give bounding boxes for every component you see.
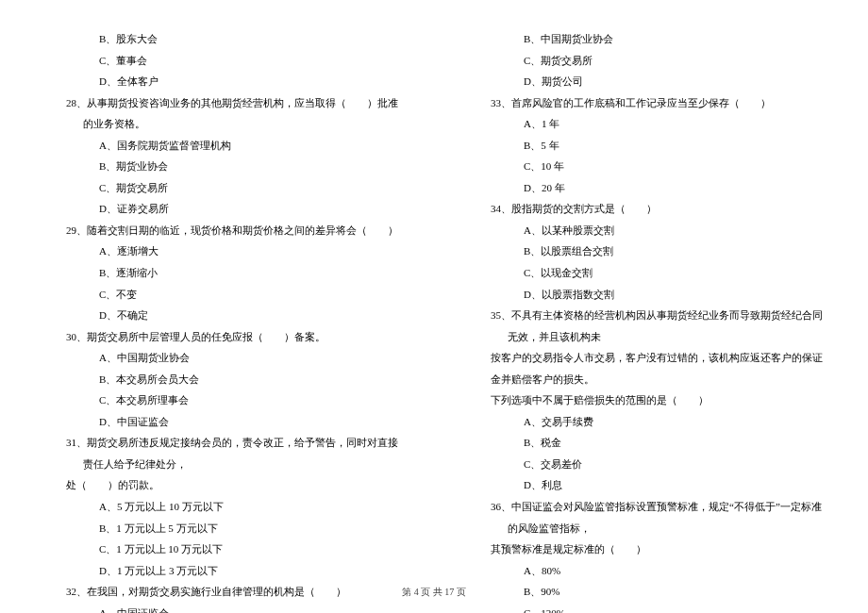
option-29d: D、不确定: [38, 305, 406, 326]
option-35c: C、交易差价: [462, 454, 830, 475]
question-35-cont2: 下列选项中不属于赔偿损失的范围的是（ ）: [462, 389, 830, 411]
option-29b: B、逐渐缩小: [38, 262, 406, 284]
option-36a: A、80%: [462, 560, 830, 582]
question-34: 34、股指期货的交割方式是（ ）: [479, 198, 830, 220]
option-35a: A、交易手续费: [462, 411, 830, 433]
left-column: B、股东大会 C、董事会 D、全体客户 28、从事期货投资咨询业务的其他期货经营…: [38, 28, 406, 556]
question-36: 36、中国证监会对风险监管指标设置预警标准，规定“不得低于”一定标准的风险监管指…: [479, 496, 830, 538]
page-footer: 第 4 页 共 17 页: [0, 586, 868, 599]
option-30d: D、中国证监会: [38, 411, 406, 433]
option-32d: D、期货公司: [462, 71, 830, 92]
option-34c: C、以现金交割: [462, 262, 830, 284]
option-30a: A、中国期货业协会: [38, 347, 406, 369]
option-33b: B、5 年: [462, 135, 830, 157]
option-32a: A、中国证监会: [38, 603, 406, 613]
option-31d: D、1 万元以上 3 万元以下: [38, 560, 406, 582]
option-28b: B、期货业协会: [38, 156, 406, 177]
question-30: 30、期货交易所中层管理人员的任免应报（ ）备案。: [55, 326, 406, 348]
option-28d: D、证券交易所: [38, 198, 406, 220]
option-35b: B、税金: [462, 432, 830, 454]
option-28a: A、国务院期货监督管理机构: [38, 135, 406, 157]
option-33d: D、20 年: [462, 177, 830, 199]
question-31: 31、期货交易所违反规定接纳会员的，责令改正，给予警告，同时对直接责任人给予纪律…: [55, 432, 406, 474]
question-33: 33、首席风险官的工作底稿和工作记录应当至少保存（ ）: [479, 92, 830, 114]
question-29: 29、随着交割日期的临近，现货价格和期货价格之间的差异将会（ ）: [55, 220, 406, 241]
option-36c: C、120%: [462, 603, 830, 613]
question-35-cont1: 按客户的交易指令人市交易，客户没有过错的，该机构应返还客户的保证金并赔偿客户的损…: [462, 347, 830, 389]
option-29c: C、不变: [38, 284, 406, 306]
option-31c: C、1 万元以上 10 万元以下: [38, 538, 406, 560]
option-30b: B、本交易所会员大会: [38, 369, 406, 390]
option-28c: C、期货交易所: [38, 177, 406, 199]
question-31-cont: 处（ ）的罚款。: [38, 474, 406, 496]
option-31b: B、1 万元以上 5 万元以下: [38, 518, 406, 539]
page-columns: B、股东大会 C、董事会 D、全体客户 28、从事期货投资咨询业务的其他期货经营…: [38, 28, 830, 556]
option-33c: C、10 年: [462, 156, 830, 177]
option-27d: D、全体客户: [38, 71, 406, 92]
question-36-cont: 其预警标准是规定标准的（ ）: [462, 538, 830, 560]
option-34a: A、以某种股票交割: [462, 220, 830, 241]
option-27b: B、股东大会: [38, 28, 406, 50]
question-28: 28、从事期货投资咨询业务的其他期货经营机构，应当取得（ ）批准的业务资格。: [55, 92, 406, 135]
option-35d: D、利息: [462, 474, 830, 496]
option-33a: A、1 年: [462, 113, 830, 135]
right-column: B、中国期货业协会 C、期货交易所 D、期货公司 33、首席风险官的工作底稿和工…: [462, 28, 830, 556]
option-27c: C、董事会: [38, 50, 406, 72]
option-34b: B、以股票组合交割: [462, 240, 830, 262]
option-34d: D、以股票指数交割: [462, 284, 830, 306]
option-29a: A、逐渐增大: [38, 240, 406, 262]
option-30c: C、本交易所理事会: [38, 389, 406, 411]
option-32c: C、期货交易所: [462, 50, 830, 72]
option-32b: B、中国期货业协会: [462, 28, 830, 50]
option-31a: A、5 万元以上 10 万元以下: [38, 496, 406, 518]
question-35: 35、不具有主体资格的经营机构因从事期货经纪业务而导致期货经纪合同无效，并且该机…: [479, 305, 830, 347]
